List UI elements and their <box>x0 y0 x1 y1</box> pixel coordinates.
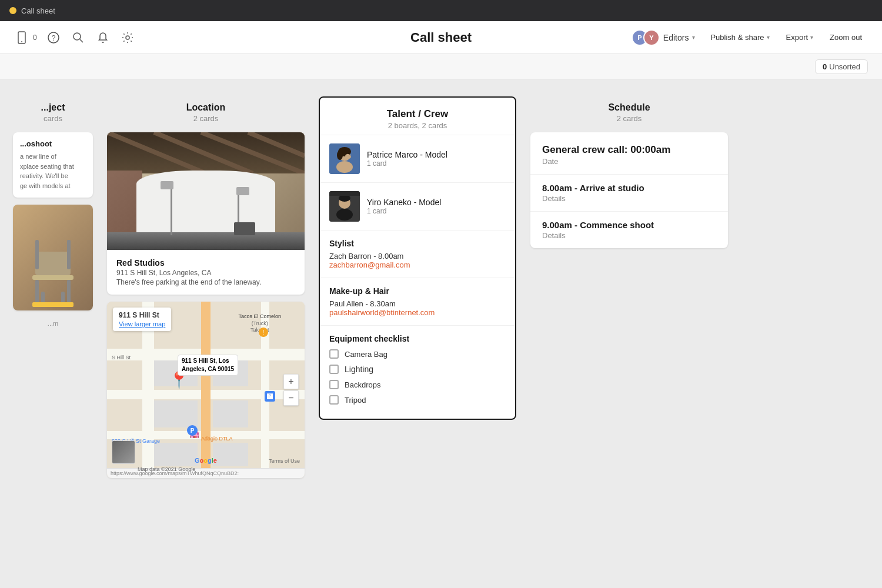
object-header: ...ject cards <box>13 96 93 125</box>
model-2-info: Yiro Kaneko - Model 1 card <box>367 198 506 215</box>
publish-label: Publish & share <box>710 33 764 42</box>
svg-rect-11 <box>41 292 45 303</box>
publish-share-button[interactable]: Publish & share ▾ <box>704 29 775 45</box>
checklist-backdrops: Backdrops <box>329 380 506 389</box>
unsorted-badge: 0 Unsorted <box>815 59 868 74</box>
location-info: Red Studios 911 S Hill St, Los Angeles, … <box>107 250 305 295</box>
top-bar: Call sheet <box>0 0 882 21</box>
chair-svg <box>24 228 82 310</box>
header: 0 ? Call sheet <box>0 21 882 54</box>
makeup-role: Make-up & Hair <box>329 286 506 296</box>
model-2-name: Yiro Kaneko - Model <box>367 198 506 207</box>
stylist-role: Stylist <box>329 239 506 248</box>
settings-icon-btn[interactable] <box>119 29 136 46</box>
svg-rect-14 <box>67 240 71 269</box>
checkbox-camera-bag[interactable] <box>329 349 339 359</box>
object-bottom: ...m <box>13 318 93 329</box>
model-photo-1 <box>329 143 360 174</box>
model-face-1 <box>329 143 360 174</box>
search-icon-btn[interactable] <box>70 29 86 46</box>
model-row-2: Yiro Kaneko - Model 1 card <box>320 183 515 230</box>
stylist-section: Stylist Zach Barron - 8.00am zachbarron@… <box>320 230 515 278</box>
help-icon-btn[interactable]: ? <box>45 29 62 46</box>
checklist-label-backdrops: Backdrops <box>345 380 380 389</box>
model-1-info: Patrice Marco - Model 1 card <box>367 150 506 168</box>
crew-call-sub: Date <box>542 157 716 166</box>
avatar-2: Y <box>643 29 660 46</box>
svg-rect-15 <box>32 302 74 307</box>
studio-address: 911 S Hill St, Los Angeles, CA <box>116 269 295 277</box>
checklist-tripod: Tripod <box>329 395 506 405</box>
map-address-bar: 911 S Hill St View larger map <box>113 308 171 331</box>
column-talent: Talent / Crew 2 boards, 2 cards <box>312 92 523 420</box>
svg-rect-30 <box>329 191 360 196</box>
map-terms: Terms of Use <box>269 458 300 464</box>
checklist-section: Equipment checklist Camera Bag Lighting … <box>320 326 515 419</box>
svg-point-4 <box>74 33 81 40</box>
location-map-card: 911 S Hill St View larger map S Hill St <box>107 302 305 478</box>
checkbox-backdrops[interactable] <box>329 380 339 389</box>
checklist-title: Equipment checklist <box>329 334 506 343</box>
talent-sub: 2 boards, 2 cards <box>329 121 506 130</box>
model-2-svg <box>329 191 360 222</box>
checkbox-tripod[interactable] <box>329 395 339 405</box>
svg-line-17 <box>154 132 253 173</box>
object-sub: cards <box>13 114 93 123</box>
editors-button[interactable]: P Y Editors ▾ <box>627 27 700 48</box>
svg-point-6 <box>126 36 129 39</box>
svg-text:?: ? <box>51 34 55 42</box>
model-2-cards: 1 card <box>367 207 506 215</box>
hotel-label: Adagio DTLA <box>201 436 233 442</box>
beam-svg <box>107 132 305 173</box>
blue-marker: 🅿 <box>265 391 275 402</box>
map-zoom-in-btn[interactable]: + <box>283 374 299 389</box>
object-card-2 <box>13 205 93 310</box>
object-card-title: ...oshoot <box>20 139 86 148</box>
editors-label: Editors <box>663 33 689 42</box>
checklist-camera-bag: Camera Bag <box>329 349 506 359</box>
studio-photo <box>107 132 305 250</box>
unsorted-label: Unsorted <box>829 62 860 71</box>
map-view-larger[interactable]: View larger map <box>119 320 165 328</box>
schedule-item-2-title: 9.00am - Commence shoot <box>542 220 716 230</box>
schedule-item-1-title: 8.00am - Arrive at studio <box>542 183 716 193</box>
export-button[interactable]: Export ▾ <box>780 29 820 45</box>
schedule-item-1: 8.00am - Arrive at studio Details <box>530 174 728 211</box>
checklist-label-camera: Camera Bag <box>345 350 387 359</box>
phone-icon-btn[interactable] <box>14 29 29 46</box>
google-logo: Google <box>195 457 217 464</box>
model-photo-2 <box>329 191 360 222</box>
svg-rect-13 <box>35 240 39 269</box>
schedule-title: Schedule <box>530 102 728 113</box>
svg-rect-12 <box>61 292 65 303</box>
export-label: Export <box>786 33 808 42</box>
studio-note: There's free parking at the end of the l… <box>116 278 295 286</box>
object-card-1: ...oshoot a new line ofxplace seating th… <box>13 132 93 198</box>
column-schedule: Schedule 2 cards General crew call: 00:0… <box>523 92 735 248</box>
model-1-name: Patrice Marco - Model <box>367 150 506 159</box>
makeup-email[interactable]: paulshairworld@btinternet.com <box>329 308 506 317</box>
model-1-cards: 1 card <box>367 159 506 168</box>
model-1-svg <box>329 143 360 174</box>
svg-point-24 <box>337 151 343 160</box>
schedule-sub: 2 cards <box>530 114 728 123</box>
header-title: Call sheet <box>410 30 472 45</box>
zoom-out-button[interactable]: Zoom out <box>824 29 868 45</box>
map-controls: + − <box>283 374 299 406</box>
map-zoom-out-btn[interactable]: − <box>283 390 299 406</box>
crew-call-title: General crew call: 00:00am <box>542 144 716 156</box>
talent-title: Talent / Crew <box>329 108 506 120</box>
column-location: Location 2 cards <box>100 92 312 478</box>
svg-line-5 <box>80 39 83 42</box>
stylist-email[interactable]: zachbarron@gmail.com <box>329 260 506 269</box>
checkbox-lighting[interactable] <box>329 365 339 374</box>
studio-name: Red Studios <box>116 258 295 268</box>
bell-icon-btn[interactable] <box>95 29 111 46</box>
header-actions: P Y Editors ▾ Publish & share ▾ Export ▾… <box>627 27 868 48</box>
talent-header: Talent / Crew 2 boards, 2 cards <box>320 98 515 135</box>
location-sub: 2 cards <box>107 114 305 123</box>
location-header: Location 2 cards <box>107 96 305 125</box>
map-address: 911 S Hill St <box>119 311 159 319</box>
header-center: Call sheet <box>410 30 472 45</box>
road-label-1: S Hill St <box>112 355 131 360</box>
